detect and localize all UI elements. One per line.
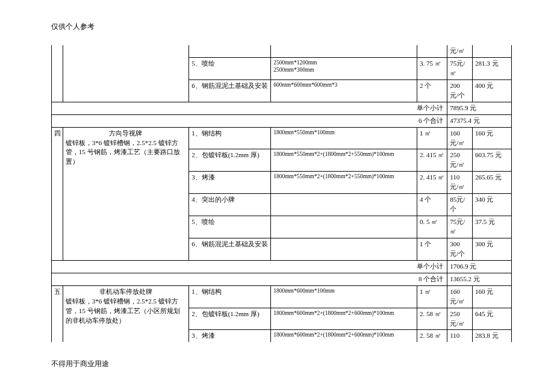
rate-cell: 110 — [447, 330, 473, 342]
section-desc: 非机动车停放处牌 镀锌板，3*6 镀锌槽钢，2.5*2.5 镀锌方管，15 号钢… — [63, 285, 188, 342]
spec-line: 2500mm*300mm — [273, 67, 314, 73]
total-cell: 340 元 — [473, 194, 512, 216]
step-cell: 5、喷绘 — [189, 57, 271, 79]
spec-cell: 1800mm*550mm*100mm — [271, 127, 417, 149]
rate-cell: 110 元/㎡ — [447, 172, 473, 194]
section-title: 方向导视牌 — [66, 129, 186, 138]
table-row: 四 方向导视牌 镀锌板，3*6 镀锌槽钢，2.5*2.5 镀锌方管，15 号钢筋… — [52, 127, 512, 149]
subtotal-row: 6 个合计 47375.4 元 — [52, 114, 512, 127]
qty-cell: 2 个 — [417, 79, 447, 102]
rate-cell: 160 元/㎡ — [447, 285, 473, 308]
spec-cell: 1800mm*600mm*2+(1800mm*2+600mm)*100mm — [271, 330, 417, 342]
spec-cell: 1800mm*550mm*2+(1800mm*2+550mm)*100mm — [271, 172, 417, 194]
spec-cell — [271, 216, 417, 238]
subtotal-label: 8 个合计 — [52, 273, 447, 285]
total-cell: 281.3 元 — [473, 57, 512, 79]
table-row: 6、钢筋混泥土基础及安装 600mm*600mm*600mm*3 2 个 200… — [52, 79, 512, 102]
step-cell: 1、钢结构 — [189, 285, 271, 308]
qty-cell: 2. 415 ㎡ — [417, 172, 447, 194]
step-cell: 6、钢筋混泥土基础及安装 — [189, 238, 271, 260]
rate-cell: 85元/个 — [447, 194, 473, 216]
step-cell: 6、钢筋混泥土基础及安装 — [189, 79, 271, 102]
header-note: 仅供个人参考 — [51, 22, 512, 32]
spec-cell: 1800mm*600mm*100mm — [271, 285, 417, 308]
total-cell: 265.65 元 — [473, 172, 512, 194]
step-cell: 3、烤漆 — [189, 172, 271, 194]
cost-table: 元/㎡ 5、喷绘 2500mm*1200mm 2500mm*300mm 3. 7… — [51, 45, 512, 342]
qty-cell: 2. 58 ㎡ — [417, 330, 447, 342]
section-title: 非机动车停放处牌 — [66, 287, 186, 297]
qty-cell: 1 ㎡ — [417, 285, 447, 308]
subtotal-value: 1706.9 元 — [447, 260, 512, 273]
spec-cell: 600mm*600mm*600mm*3 — [271, 79, 417, 102]
section-index: 四 — [52, 127, 63, 260]
total-cell: 400 元 — [473, 79, 512, 102]
subtotal-value: 47375.4 元 — [447, 114, 512, 127]
step-cell: 5、喷绘 — [189, 216, 271, 238]
qty-cell: 4 个 — [417, 194, 447, 216]
rate-cell: 160 元/㎡ — [447, 127, 473, 149]
total-cell: 645 元 — [473, 308, 512, 330]
section-index: 五 — [52, 285, 63, 342]
rate-unit: 元/㎡ — [447, 45, 473, 57]
section-body: 镀锌板，3*6 镀锌槽钢，2.5*2.5 镀锌方管，15 号钢筋，烤漆工艺（小区… — [66, 297, 186, 326]
total-cell: 300 元 — [473, 238, 512, 260]
subtotal-row: 8 个合计 13655.2 元 — [52, 273, 512, 285]
table-row: 5、喷绘 2500mm*1200mm 2500mm*300mm 3. 75 ㎡ … — [52, 57, 512, 79]
step-cell: 4、突出的小牌 — [189, 194, 271, 216]
qty-cell: 0. 5 ㎡ — [417, 216, 447, 238]
qty-cell: 1 个 — [417, 238, 447, 260]
section-body: 镀锌板，3*6 镀锌槽钢，2.5*2.5 镀锌方管，15 号钢筋，烤漆工艺（主要… — [66, 138, 186, 167]
section-desc: 方向导视牌 镀锌板，3*6 镀锌槽钢，2.5*2.5 镀锌方管，15 号钢筋，烤… — [63, 127, 188, 260]
subtotal-label: 单个小计 — [52, 260, 447, 273]
spec-cell — [271, 238, 417, 260]
rate-cell: 250 元/㎡ — [447, 149, 473, 172]
qty-cell: 2. 415 ㎡ — [417, 149, 447, 172]
step-cell: 3、烤漆 — [189, 330, 271, 342]
rate-cell: 200 元/个 — [447, 79, 473, 102]
footer-note: 不得用于商业用途 — [51, 359, 109, 369]
step-cell: 1、钢结构 — [189, 127, 271, 149]
rate-cell: 75元/㎡ — [447, 57, 473, 79]
spec-cell: 2500mm*1200mm 2500mm*300mm — [271, 57, 417, 79]
subtotal-row: 单个小计 7895.9 元 — [52, 102, 512, 114]
subtotal-row: 单个小计 1706.9 元 — [52, 260, 512, 273]
spec-cell — [271, 194, 417, 216]
spec-line: 2500mm*1200mm — [273, 60, 317, 66]
rate-cell: 75元/㎡ — [447, 216, 473, 238]
spec-cell: 1800mm*550mm*2+(1800mm*2+550mm)*100mm — [271, 149, 417, 172]
qty-cell: 3. 75 ㎡ — [417, 57, 447, 79]
total-cell: 160 元 — [473, 285, 512, 308]
subtotal-value: 13655.2 元 — [447, 273, 512, 285]
total-cell: 603.75 元 — [473, 149, 512, 172]
step-cell: 2、包镀锌板(1.2mm 厚) — [189, 308, 271, 330]
spec-cell: 1800mm*600mm*2+(1800mm*2+600mm)*100mm — [271, 308, 417, 330]
total-cell: 37.5 元 — [473, 216, 512, 238]
rate-cell: 300 元/个 — [447, 238, 473, 260]
total-cell: 283.8 元 — [473, 330, 512, 342]
subtotal-label: 单个小计 — [52, 102, 447, 114]
step-cell: 2、包镀锌板(1.2mm 厚) — [189, 149, 271, 172]
subtotal-value: 7895.9 元 — [447, 102, 512, 114]
rate-cell: 250 元/㎡ — [447, 308, 473, 330]
table-row: 元/㎡ — [52, 45, 512, 57]
table-row: 五 非机动车停放处牌 镀锌板，3*6 镀锌槽钢，2.5*2.5 镀锌方管，15 … — [52, 285, 512, 308]
qty-cell: 2. 58 ㎡ — [417, 308, 447, 330]
total-cell: 160 元 — [473, 127, 512, 149]
subtotal-label: 6 个合计 — [52, 114, 447, 127]
qty-cell: 1 ㎡ — [417, 127, 447, 149]
